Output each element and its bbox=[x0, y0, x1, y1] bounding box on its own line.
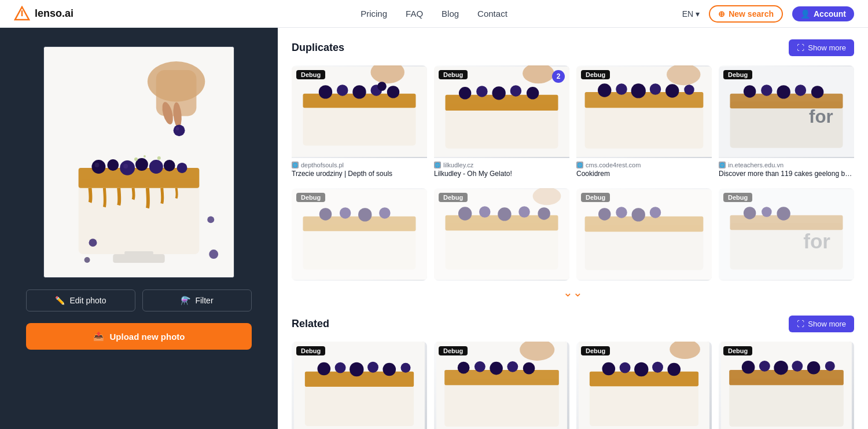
svg-point-13 bbox=[107, 159, 119, 171]
result-image: Debug bbox=[434, 188, 569, 281]
duplicates-show-more-button[interactable]: ⛶ Show more bbox=[789, 39, 854, 56]
svg-point-24 bbox=[84, 257, 90, 263]
svg-point-43 bbox=[476, 86, 488, 97]
favicon-icon: 🌐 bbox=[434, 162, 441, 168]
svg-point-112 bbox=[507, 361, 518, 372]
svg-point-61 bbox=[744, 85, 756, 97]
duplicates-grid-row2: Debug bbox=[292, 188, 854, 281]
nav-blog[interactable]: Blog bbox=[442, 9, 459, 19]
svg-point-25 bbox=[209, 250, 218, 259]
debug-badge: Debug bbox=[296, 346, 325, 355]
svg-rect-116 bbox=[590, 380, 698, 426]
result-image: for Debug bbox=[719, 188, 854, 281]
table-row[interactable]: for Debug 🌐 in.eteachers.edu.vn Discover… bbox=[719, 65, 854, 181]
svg-point-19 bbox=[177, 163, 187, 173]
result-source: 🌐 cms.code4rest.com bbox=[576, 162, 712, 168]
svg-point-15 bbox=[123, 164, 128, 168]
svg-text:for: for bbox=[809, 107, 833, 127]
svg-rect-21 bbox=[124, 251, 153, 256]
svg-point-27 bbox=[144, 155, 146, 157]
edit-photo-button[interactable]: ✏️ Edit photo bbox=[26, 289, 135, 311]
svg-point-28 bbox=[157, 156, 161, 160]
svg-point-119 bbox=[620, 362, 631, 373]
related-grid: Debug ✦ kuchnia.ugotuj.to SZYBKI PRZEPIS… bbox=[292, 342, 854, 429]
logo-text: lenso.ai bbox=[35, 8, 73, 20]
svg-point-12 bbox=[94, 163, 99, 167]
svg-point-110 bbox=[475, 361, 486, 372]
svg-point-34 bbox=[352, 85, 366, 98]
svg-point-130 bbox=[792, 361, 803, 372]
filter-button[interactable]: ⚗️ Filter bbox=[142, 289, 252, 311]
main-nav: Pricing FAQ Blog Contact bbox=[361, 9, 507, 19]
table-row[interactable]: Debug bbox=[292, 188, 427, 281]
svg-point-89 bbox=[650, 207, 661, 218]
user-icon: 👤 bbox=[800, 9, 810, 19]
related-show-more-button[interactable]: ⛶ Show more bbox=[789, 316, 854, 332]
svg-point-26 bbox=[134, 157, 138, 161]
result-image: Debug bbox=[719, 342, 854, 429]
related-header: Related ⛶ Show more bbox=[292, 316, 854, 332]
svg-point-81 bbox=[538, 207, 550, 219]
svg-point-78 bbox=[479, 206, 491, 218]
language-button[interactable]: EN ▾ bbox=[682, 9, 700, 19]
svg-point-94 bbox=[762, 207, 772, 217]
svg-point-100 bbox=[318, 362, 331, 376]
table-row[interactable]: Debug 🌐 cms.code4rest.com Cookidrem bbox=[576, 65, 712, 181]
nav-pricing[interactable]: Pricing bbox=[361, 9, 387, 19]
svg-point-42 bbox=[459, 87, 471, 99]
table-row[interactable]: Debug bbox=[434, 188, 569, 281]
table-row[interactable]: Debug 🌐 homeculinaryschool.com Home Culi… bbox=[719, 342, 854, 429]
svg-point-18 bbox=[164, 160, 175, 171]
logo[interactable]: lenso.ai bbox=[14, 6, 73, 22]
svg-point-113 bbox=[523, 362, 535, 375]
svg-point-86 bbox=[598, 208, 610, 220]
result-source: 🌐 lilkudley.cz bbox=[434, 162, 569, 168]
upload-new-photo-button[interactable]: 📤 Upload new photo bbox=[26, 323, 252, 350]
table-row[interactable]: Debug ✦ kuchnia.ugotuj.to SZYBKI PRZEPIS… bbox=[292, 342, 427, 429]
svg-point-72 bbox=[358, 208, 372, 221]
result-title: Lilkudley - Oh My Gelato! bbox=[434, 170, 569, 178]
duplicates-header: Duplicates ⛶ Show more bbox=[292, 39, 854, 56]
svg-point-120 bbox=[634, 362, 648, 376]
debug-badge: Debug bbox=[439, 346, 468, 355]
table-row[interactable]: Debug f 91goodschool.com 厦门奶油蛋糕裱花培训班-厦门食… bbox=[434, 342, 569, 429]
svg-point-127 bbox=[742, 361, 755, 374]
table-row[interactable]: for Debug bbox=[719, 188, 854, 281]
nav-contact[interactable]: Contact bbox=[477, 9, 507, 19]
upload-icon: 📤 bbox=[93, 331, 104, 342]
table-row[interactable]: Debug bbox=[576, 188, 712, 281]
expand-chevron[interactable]: ⌄⌄ bbox=[292, 281, 854, 304]
svg-point-56 bbox=[684, 85, 694, 95]
svg-point-71 bbox=[340, 207, 351, 219]
search-icon: ⊕ bbox=[718, 9, 725, 19]
table-row[interactable]: Debug 🌐 depthofsouls.pl Trzecie urodziny… bbox=[292, 65, 427, 181]
svg-point-77 bbox=[458, 207, 472, 220]
result-info: 🌐 in.eteachers.edu.vn Discover more than… bbox=[719, 158, 854, 181]
result-info: 🌐 depthofsouls.pl Trzecie urodziny | Dep… bbox=[292, 158, 427, 181]
nav-faq[interactable]: FAQ bbox=[406, 9, 423, 19]
svg-point-23 bbox=[207, 216, 214, 223]
result-title: Discover more than 119 cakes geelong bes… bbox=[719, 170, 854, 178]
svg-rect-125 bbox=[729, 379, 844, 427]
svg-point-103 bbox=[367, 362, 378, 373]
svg-point-102 bbox=[350, 362, 363, 376]
sidebar: ✏️ Edit photo ⚗️ Filter 📤 Upload new pho… bbox=[0, 28, 278, 429]
table-row[interactable]: Debug 2 🌐 lilkudley.cz Lilkudley - Oh My… bbox=[434, 65, 569, 181]
debug-badge: Debug bbox=[439, 193, 468, 202]
debug-badge: Debug bbox=[581, 193, 610, 202]
chevron-down-icon: ▾ bbox=[696, 9, 700, 19]
result-info: 🌐 cms.code4rest.com Cookidrem bbox=[576, 158, 712, 181]
svg-point-70 bbox=[319, 208, 332, 220]
svg-point-101 bbox=[335, 362, 346, 373]
debug-badge: Debug bbox=[581, 70, 610, 79]
account-button[interactable]: 👤 Account bbox=[792, 6, 854, 21]
table-row[interactable]: Debug Q teen.queen.gr Queen.gr - Μια ζωή… bbox=[576, 342, 712, 429]
svg-point-36 bbox=[387, 86, 399, 98]
svg-point-95 bbox=[777, 207, 790, 220]
sidebar-actions: ✏️ Edit photo ⚗️ Filter bbox=[26, 289, 252, 311]
svg-point-111 bbox=[490, 362, 503, 375]
logo-icon bbox=[14, 6, 30, 22]
result-source: 🌐 depthofsouls.pl bbox=[292, 162, 427, 168]
svg-rect-68 bbox=[303, 224, 416, 269]
new-search-button[interactable]: ⊕ New search bbox=[709, 5, 783, 23]
